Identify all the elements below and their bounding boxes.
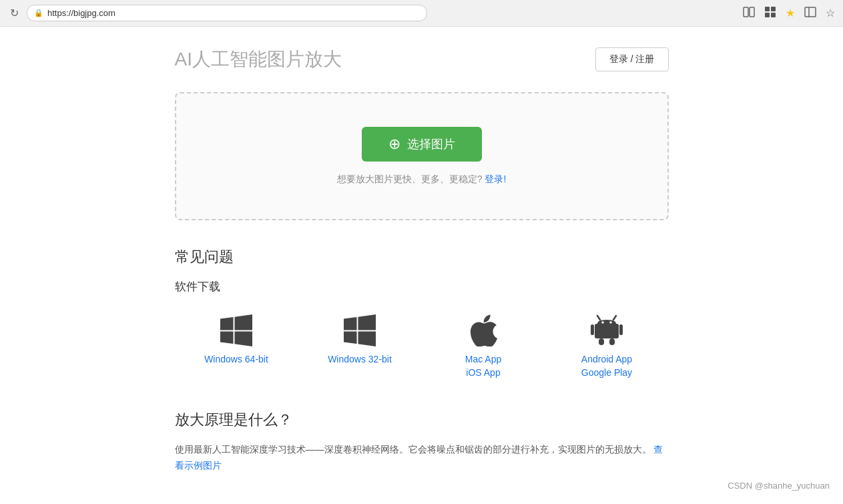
svg-rect-3: [771, 7, 776, 11]
browser-chrome: ↻ 🔒 https://bigjpg.com ★ ☆: [0, 0, 843, 27]
url-text: https://bigjpg.com: [47, 8, 115, 18]
hint-text: 想要放大图片更快、更多、更稳定?: [337, 174, 483, 184]
svg-rect-14: [619, 324, 623, 335]
principle-section: 放大原理是什么？ 使用最新人工智能深度学习技术——深度卷积神经网络。它会将噪点和…: [175, 410, 669, 474]
android-label: Android AppGoogle Play: [581, 353, 632, 379]
mac-ios-label: Mac AppiOS App: [465, 353, 501, 379]
add-favorites-icon[interactable]: ☆: [826, 7, 835, 19]
svg-line-8: [597, 316, 600, 320]
select-image-button[interactable]: ⊕ 选择图片: [362, 127, 482, 162]
svg-rect-5: [771, 13, 776, 17]
page-wrapper: AI人工智能图片放大 登录 / 注册 ⊕ 选择图片 想要放大图片更快、更多、更稳…: [0, 27, 843, 504]
upload-hint: 想要放大图片更快、更多、更稳定? 登录!: [190, 174, 654, 186]
svg-point-11: [601, 321, 604, 324]
sidebar-icon[interactable]: [804, 6, 816, 21]
svg-rect-13: [591, 324, 594, 335]
svg-rect-10: [595, 324, 619, 338]
svg-rect-0: [744, 7, 748, 17]
plus-circle-icon: ⊕: [388, 137, 400, 152]
download-android[interactable]: Android AppGoogle Play: [545, 308, 669, 386]
principle-text: 使用最新人工智能深度学习技术——深度卷积神经网络。它会将噪点和锯齿的部分进行补充…: [175, 442, 669, 474]
principle-body-text: 使用最新人工智能深度学习技术——深度卷积神经网络。它会将噪点和锯齿的部分进行补充…: [175, 444, 651, 455]
page-header: AI人工智能图片放大 登录 / 注册: [175, 47, 669, 72]
svg-line-9: [613, 316, 616, 320]
favorites-star-icon[interactable]: ★: [786, 7, 795, 19]
login-hint-link[interactable]: 登录!: [485, 174, 506, 184]
svg-rect-15: [599, 338, 604, 345]
svg-point-12: [609, 321, 612, 324]
page-content: AI人工智能图片放大 登录 / 注册 ⊕ 选择图片 想要放大图片更快、更多、更稳…: [162, 27, 682, 504]
svg-rect-2: [765, 7, 770, 11]
reload-button[interactable]: ↻: [8, 7, 20, 19]
android-icon: [591, 314, 623, 346]
download-windows64[interactable]: Windows 64-bit: [175, 308, 298, 386]
split-screen-icon[interactable]: [743, 6, 755, 21]
svg-rect-1: [750, 7, 754, 17]
browser-actions: ★ ☆: [743, 6, 835, 21]
download-grid: Windows 64-bit Windows 32-bit Mac Appi: [175, 308, 669, 386]
faq-section-title: 常见问题: [175, 247, 669, 267]
svg-rect-16: [609, 338, 615, 345]
grid-icon[interactable]: [764, 6, 776, 21]
svg-rect-4: [765, 13, 770, 17]
windows32-icon: [344, 314, 376, 346]
download-windows32[interactable]: Windows 32-bit: [298, 308, 422, 386]
windows-icon: [220, 314, 252, 346]
select-image-label: 选择图片: [407, 136, 455, 152]
watermark: CSDN @shanhe_yuchuan: [728, 481, 830, 491]
software-download-title: 软件下载: [175, 279, 669, 294]
principle-title: 放大原理是什么？: [175, 410, 669, 430]
windows32-label: Windows 32-bit: [328, 353, 392, 366]
address-bar[interactable]: 🔒 https://bigjpg.com: [27, 5, 427, 21]
page-title: AI人工智能图片放大: [175, 47, 342, 72]
svg-rect-6: [805, 7, 816, 17]
upload-drop-zone[interactable]: ⊕ 选择图片 想要放大图片更快、更多、更稳定? 登录!: [175, 92, 669, 220]
download-mac-ios[interactable]: Mac AppiOS App: [422, 308, 545, 386]
login-register-button[interactable]: 登录 / 注册: [595, 47, 669, 71]
lock-icon: 🔒: [34, 9, 43, 17]
apple-icon: [469, 314, 498, 346]
windows64-label: Windows 64-bit: [204, 353, 268, 366]
